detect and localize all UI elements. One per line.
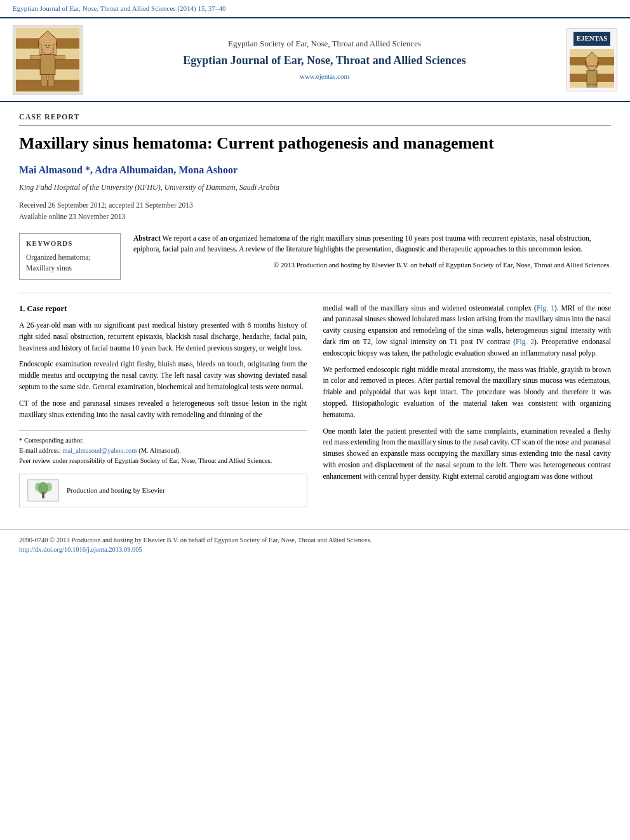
body-paragraph-r1: medial wall of the maxillary sinus and w… xyxy=(323,303,612,359)
fig1-ref: Fig. 1 xyxy=(537,304,554,312)
citation-text: Egyptian Journal of Ear, Nose, Throat an… xyxy=(13,4,225,12)
authors-line: Mai Almasoud *, Adra Alhumaidan, Mona As… xyxy=(19,163,611,177)
society-name: Egyptian Society of Ear, Nose, Throat an… xyxy=(92,38,557,50)
article-title: Maxillary sinus hematoma: Current pathog… xyxy=(19,133,611,154)
journal-logo-left xyxy=(13,25,83,95)
doi-link[interactable]: http://dx.doi.org/10.1016/j.ejenta.2013.… xyxy=(19,546,142,553)
body-paragraph-1: A 26-year-old man with no significant pa… xyxy=(19,320,307,354)
footnote-email-name: (M. Almasoud). xyxy=(138,447,181,454)
footnote-peer: Peer review under responsibility of Egyp… xyxy=(19,456,307,466)
content-divider xyxy=(19,293,611,293)
section1-title: 1. Case report xyxy=(19,303,307,315)
main-content: CASE REPORT Maxillary sinus hematoma: Cu… xyxy=(0,102,630,516)
footnote-email-line: E-mail address: mai_almasoud@yahoo.com (… xyxy=(19,446,307,456)
body-paragraph-3: CT of the nose and paranasal sinuses rev… xyxy=(19,398,307,421)
abstract-keywords-row: KEYWORDS Organized hematoma; Maxillary s… xyxy=(19,233,611,280)
ejentas-label: EJENTAS xyxy=(573,32,611,45)
footnote-corresponding: * Corresponding author. xyxy=(19,436,307,446)
body-paragraph-2: Endoscopic examination revealed right fl… xyxy=(19,359,307,392)
journal-title: Egyptian Journal of Ear, Nose, Throat an… xyxy=(92,53,557,68)
body-paragraph-r3: One month later the patient presented wi… xyxy=(323,426,612,483)
keyword-2: Maxillary sinus xyxy=(26,263,114,274)
keywords-title: KEYWORDS xyxy=(26,239,114,248)
bottom-doi: http://dx.doi.org/10.1016/j.ejenta.2013.… xyxy=(19,545,611,555)
footnotes: * Corresponding author. E-mail address: … xyxy=(19,430,307,465)
dates-block: Received 26 September 2012; accepted 21 … xyxy=(19,199,611,223)
svg-point-16 xyxy=(42,39,53,53)
fig2-ref: Fig. 2 xyxy=(516,338,534,345)
svg-rect-15 xyxy=(48,75,54,86)
affiliation-text: King Fahd Hospital of the University (KF… xyxy=(19,182,611,193)
svg-point-35 xyxy=(35,483,41,491)
svg-rect-11 xyxy=(40,55,55,75)
abstract-text: We report a case of an organized hematom… xyxy=(133,234,591,253)
svg-rect-31 xyxy=(593,84,597,88)
bottom-copyright: 2090-0740 © 2013 Production and hosting … xyxy=(19,535,611,545)
svg-rect-30 xyxy=(587,84,591,88)
elsevier-footer-text: Production and hosting by Elsevier xyxy=(67,485,165,496)
journal-website: www.ejentas.com xyxy=(92,72,557,81)
abstract-box: Abstract We report a case of an organize… xyxy=(133,233,611,280)
abstract-copyright: © 2013 Production and hosting by Elsevie… xyxy=(133,260,611,270)
elsevier-footer-box: Production and hosting by Elsevier xyxy=(19,474,307,507)
citation-bar: Egyptian Journal of Ear, Nose, Throat an… xyxy=(0,0,630,17)
keyword-1: Organized hematoma; xyxy=(26,252,114,263)
journal-logo-right: EJENTAS xyxy=(566,28,617,91)
authors-text: Mai Almasoud *, Adra Alhumaidan, Mona As… xyxy=(19,164,238,175)
svg-point-36 xyxy=(46,483,52,491)
keywords-box: KEYWORDS Organized hematoma; Maxillary s… xyxy=(19,233,121,280)
svg-rect-29 xyxy=(587,70,597,84)
journal-header-center: Egyptian Society of Ear, Nose, Throat an… xyxy=(92,38,557,82)
footnote-email-address: mai_almasoud@yahoo.com xyxy=(62,447,137,454)
available-date: Available online 23 November 2013 xyxy=(19,211,611,222)
svg-rect-6 xyxy=(16,80,79,91)
svg-rect-34 xyxy=(42,492,44,498)
column-right: medial wall of the maxillary sinus and w… xyxy=(323,303,612,507)
journal-header: Egyptian Society of Ear, Nose, Throat an… xyxy=(0,17,630,102)
received-date: Received 26 September 2012; accepted 21 … xyxy=(19,199,611,211)
column-left: 1. Case report A 26-year-old man with no… xyxy=(19,303,307,507)
svg-rect-14 xyxy=(41,75,47,86)
two-column-body: 1. Case report A 26-year-old man with no… xyxy=(19,303,611,507)
abstract-label: Abstract xyxy=(133,234,161,242)
keywords-list: Organized hematoma; Maxillary sinus xyxy=(26,252,114,274)
section-type-label: CASE REPORT xyxy=(19,112,611,126)
body-paragraph-r2: We performed endoscopic right middle mea… xyxy=(323,364,612,421)
bottom-bar: 2090-0740 © 2013 Production and hosting … xyxy=(0,530,630,561)
footnote-email-label: E-mail address: xyxy=(19,447,61,454)
elsevier-logo xyxy=(27,479,59,502)
svg-rect-13 xyxy=(55,56,65,59)
svg-rect-12 xyxy=(30,56,41,59)
